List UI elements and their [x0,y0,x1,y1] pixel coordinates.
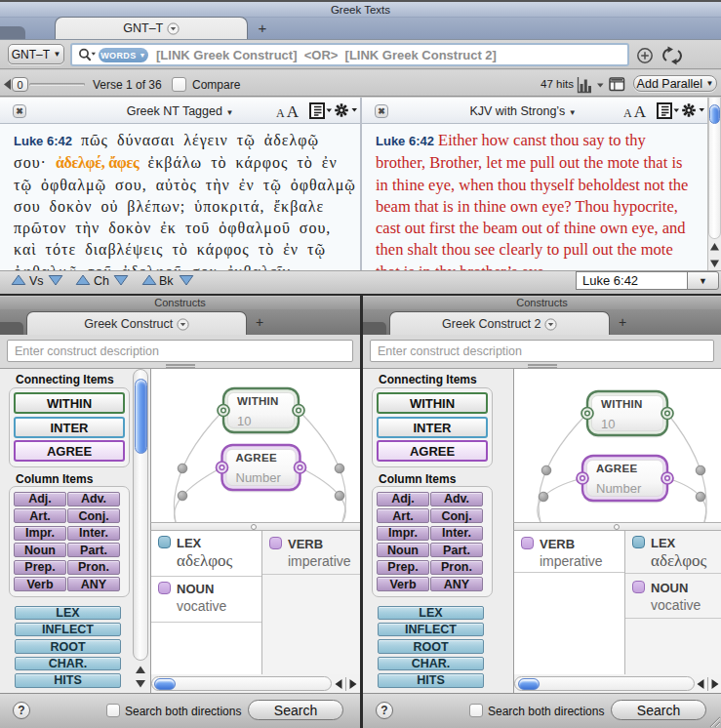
svg-text:WITHIN: WITHIN [601,398,643,410]
svg-text:AGREE: AGREE [596,463,637,474]
svg-text:10: 10 [237,414,251,428]
svg-text:Number: Number [596,481,642,496]
svg-text:AGREE: AGREE [236,452,277,464]
svg-text:WITHIN: WITHIN [237,395,279,407]
svg-text:Number: Number [236,470,282,485]
svg-text:10: 10 [601,417,615,431]
